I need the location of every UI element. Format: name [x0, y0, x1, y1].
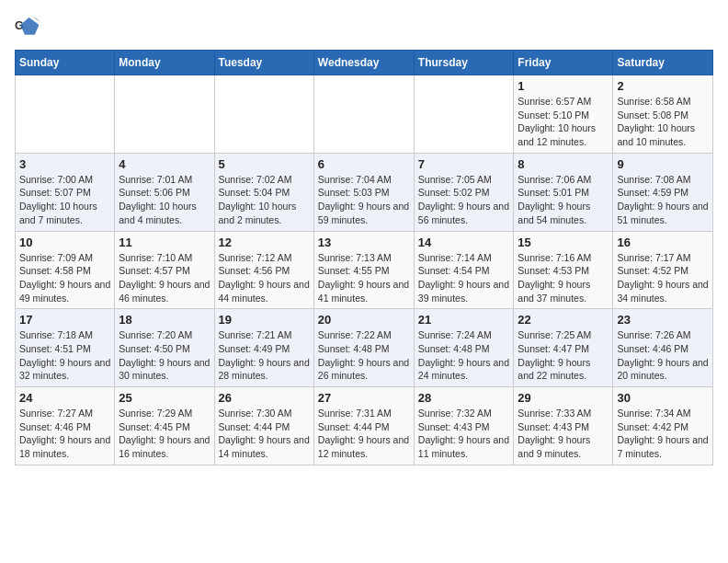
calendar-day-cell: 2Sunrise: 6:58 AM Sunset: 5:08 PM Daylig…	[613, 75, 713, 154]
day-info: Sunrise: 7:21 AM Sunset: 4:49 PM Dayligh…	[219, 328, 310, 383]
day-number: 14	[418, 236, 510, 249]
weekday-header: Sunday	[16, 51, 115, 75]
calendar-day-cell: 28Sunrise: 7:32 AM Sunset: 4:43 PM Dayli…	[414, 387, 514, 465]
day-info: Sunrise: 7:04 AM Sunset: 5:03 PM Dayligh…	[318, 173, 410, 227]
day-info: Sunrise: 7:02 AM Sunset: 5:04 PM Dayligh…	[219, 173, 310, 227]
logo-icon: G	[15, 15, 40, 40]
day-number: 10	[19, 236, 110, 249]
calendar-day-cell: 7Sunrise: 7:05 AM Sunset: 5:02 PM Daylig…	[414, 153, 514, 231]
day-info: Sunrise: 6:57 AM Sunset: 5:10 PM Dayligh…	[518, 95, 609, 149]
calendar-day-cell: 24Sunrise: 7:27 AM Sunset: 4:46 PM Dayli…	[16, 387, 115, 465]
day-number: 28	[418, 391, 510, 405]
calendar-day-cell: 14Sunrise: 7:14 AM Sunset: 4:54 PM Dayli…	[414, 231, 514, 309]
day-info: Sunrise: 7:10 AM Sunset: 4:57 PM Dayligh…	[119, 251, 210, 305]
calendar-table: SundayMondayTuesdayWednesdayThursdayFrid…	[15, 50, 713, 465]
day-info: Sunrise: 7:24 AM Sunset: 4:48 PM Dayligh…	[418, 328, 510, 383]
day-number: 3	[19, 157, 110, 171]
weekday-header: Friday	[514, 51, 613, 75]
weekday-header: Thursday	[414, 51, 514, 75]
day-number: 16	[617, 236, 709, 249]
day-number: 29	[518, 391, 609, 405]
day-number: 8	[518, 157, 609, 171]
day-info: Sunrise: 7:05 AM Sunset: 5:02 PM Dayligh…	[418, 173, 510, 227]
day-info: Sunrise: 7:27 AM Sunset: 4:46 PM Dayligh…	[19, 407, 110, 461]
calendar-day-cell: 10Sunrise: 7:09 AM Sunset: 4:58 PM Dayli…	[16, 231, 115, 309]
calendar-day-cell: 12Sunrise: 7:12 AM Sunset: 4:56 PM Dayli…	[214, 231, 313, 309]
day-number: 12	[219, 236, 310, 249]
day-info: Sunrise: 7:30 AM Sunset: 4:44 PM Dayligh…	[219, 407, 310, 461]
day-number: 2	[617, 79, 709, 93]
calendar-day-cell: 18Sunrise: 7:20 AM Sunset: 4:50 PM Dayli…	[115, 309, 214, 387]
calendar-week-row: 3Sunrise: 7:00 AM Sunset: 5:07 PM Daylig…	[16, 153, 713, 231]
calendar-day-cell	[313, 75, 414, 154]
day-info: Sunrise: 7:17 AM Sunset: 4:52 PM Dayligh…	[617, 251, 709, 305]
day-number: 11	[119, 236, 210, 249]
day-number: 23	[617, 313, 709, 327]
calendar-day-cell: 13Sunrise: 7:13 AM Sunset: 4:55 PM Dayli…	[313, 231, 414, 309]
day-info: Sunrise: 7:32 AM Sunset: 4:43 PM Dayligh…	[418, 407, 510, 461]
day-info: Sunrise: 7:13 AM Sunset: 4:55 PM Dayligh…	[318, 251, 410, 305]
day-number: 1	[518, 79, 609, 93]
day-number: 17	[19, 313, 110, 327]
calendar-day-cell	[414, 75, 514, 154]
day-number: 7	[418, 157, 510, 171]
day-info: Sunrise: 7:18 AM Sunset: 4:51 PM Dayligh…	[19, 328, 110, 383]
day-number: 6	[318, 157, 410, 171]
day-info: Sunrise: 7:14 AM Sunset: 4:54 PM Dayligh…	[418, 251, 510, 305]
calendar-day-cell	[16, 75, 115, 154]
calendar-day-cell: 21Sunrise: 7:24 AM Sunset: 4:48 PM Dayli…	[414, 309, 514, 387]
day-info: Sunrise: 7:00 AM Sunset: 5:07 PM Dayligh…	[19, 173, 110, 227]
calendar-day-cell: 22Sunrise: 7:25 AM Sunset: 4:47 PM Dayli…	[514, 309, 613, 387]
day-number: 20	[318, 313, 410, 327]
weekday-header: Wednesday	[313, 51, 414, 75]
calendar-day-cell: 30Sunrise: 7:34 AM Sunset: 4:42 PM Dayli…	[613, 387, 713, 465]
day-info: Sunrise: 7:16 AM Sunset: 4:53 PM Dayligh…	[518, 251, 609, 305]
calendar-week-row: 24Sunrise: 7:27 AM Sunset: 4:46 PM Dayli…	[16, 387, 713, 465]
calendar-day-cell: 3Sunrise: 7:00 AM Sunset: 5:07 PM Daylig…	[16, 153, 115, 231]
calendar-day-cell	[115, 75, 214, 154]
calendar-day-cell: 17Sunrise: 7:18 AM Sunset: 4:51 PM Dayli…	[16, 309, 115, 387]
calendar-week-row: 1Sunrise: 6:57 AM Sunset: 5:10 PM Daylig…	[16, 75, 713, 154]
calendar-day-cell: 6Sunrise: 7:04 AM Sunset: 5:03 PM Daylig…	[313, 153, 414, 231]
day-info: Sunrise: 7:08 AM Sunset: 4:59 PM Dayligh…	[617, 173, 709, 227]
calendar-day-cell: 8Sunrise: 7:06 AM Sunset: 5:01 PM Daylig…	[514, 153, 613, 231]
day-number: 27	[318, 391, 410, 405]
calendar-week-row: 17Sunrise: 7:18 AM Sunset: 4:51 PM Dayli…	[16, 309, 713, 387]
day-number: 21	[418, 313, 510, 327]
day-info: Sunrise: 7:20 AM Sunset: 4:50 PM Dayligh…	[119, 328, 210, 383]
page-header: G	[15, 15, 713, 40]
day-number: 19	[219, 313, 310, 327]
svg-marker-2	[33, 17, 40, 22]
weekday-header: Saturday	[613, 51, 713, 75]
calendar-day-cell: 27Sunrise: 7:31 AM Sunset: 4:44 PM Dayli…	[313, 387, 414, 465]
day-number: 24	[19, 391, 110, 405]
weekday-header: Tuesday	[214, 51, 313, 75]
day-info: Sunrise: 7:06 AM Sunset: 5:01 PM Dayligh…	[518, 173, 609, 227]
calendar-day-cell	[214, 75, 313, 154]
calendar-day-cell: 25Sunrise: 7:29 AM Sunset: 4:45 PM Dayli…	[115, 387, 214, 465]
weekday-header: Monday	[115, 51, 214, 75]
calendar-header-row: SundayMondayTuesdayWednesdayThursdayFrid…	[16, 51, 713, 75]
calendar-day-cell: 11Sunrise: 7:10 AM Sunset: 4:57 PM Dayli…	[115, 231, 214, 309]
day-number: 22	[518, 313, 609, 327]
calendar-day-cell: 26Sunrise: 7:30 AM Sunset: 4:44 PM Dayli…	[214, 387, 313, 465]
day-info: Sunrise: 7:33 AM Sunset: 4:43 PM Dayligh…	[518, 407, 609, 461]
day-number: 9	[617, 157, 709, 171]
calendar-day-cell: 4Sunrise: 7:01 AM Sunset: 5:06 PM Daylig…	[115, 153, 214, 231]
calendar-day-cell: 23Sunrise: 7:26 AM Sunset: 4:46 PM Dayli…	[613, 309, 713, 387]
calendar-day-cell: 15Sunrise: 7:16 AM Sunset: 4:53 PM Dayli…	[514, 231, 613, 309]
calendar-week-row: 10Sunrise: 7:09 AM Sunset: 4:58 PM Dayli…	[16, 231, 713, 309]
day-info: Sunrise: 7:29 AM Sunset: 4:45 PM Dayligh…	[119, 407, 210, 461]
day-info: Sunrise: 7:31 AM Sunset: 4:44 PM Dayligh…	[318, 407, 410, 461]
day-info: Sunrise: 6:58 AM Sunset: 5:08 PM Dayligh…	[617, 95, 709, 149]
day-number: 4	[119, 157, 210, 171]
day-info: Sunrise: 7:01 AM Sunset: 5:06 PM Dayligh…	[119, 173, 210, 227]
calendar-day-cell: 1Sunrise: 6:57 AM Sunset: 5:10 PM Daylig…	[514, 75, 613, 154]
day-info: Sunrise: 7:26 AM Sunset: 4:46 PM Dayligh…	[617, 328, 709, 383]
calendar-day-cell: 16Sunrise: 7:17 AM Sunset: 4:52 PM Dayli…	[613, 231, 713, 309]
day-info: Sunrise: 7:22 AM Sunset: 4:48 PM Dayligh…	[318, 328, 410, 383]
logo: G	[15, 15, 44, 40]
calendar-day-cell: 9Sunrise: 7:08 AM Sunset: 4:59 PM Daylig…	[613, 153, 713, 231]
day-number: 5	[219, 157, 310, 171]
day-info: Sunrise: 7:12 AM Sunset: 4:56 PM Dayligh…	[219, 251, 310, 305]
